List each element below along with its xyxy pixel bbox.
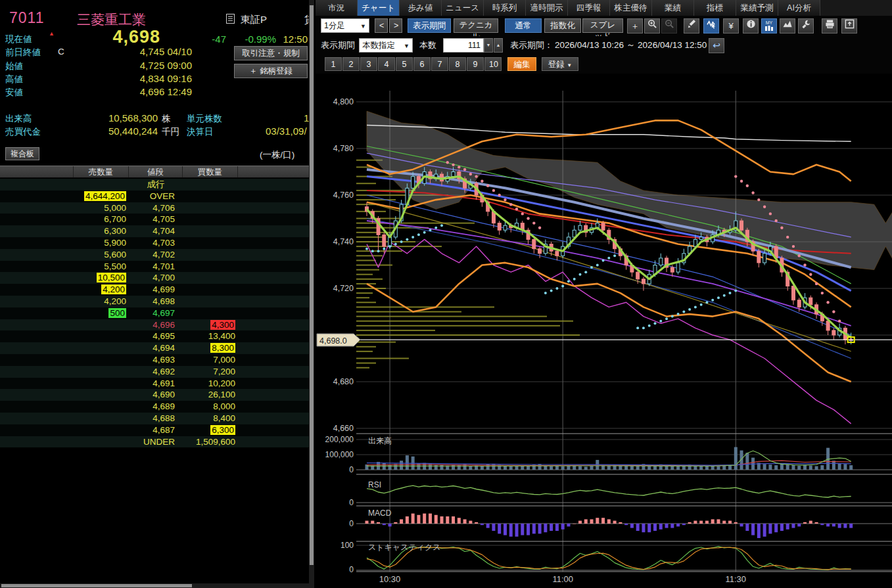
register-preset-button[interactable]: 登録 ▼ <box>542 57 578 71</box>
order-book-row[interactable]: 4,69110,200 <box>0 378 309 390</box>
volume-label: 出来高 <box>5 113 32 125</box>
order-book-row[interactable]: 5,9004,703 <box>0 237 309 249</box>
spread-mode-button[interactable]: スプレッド <box>582 18 623 33</box>
register-symbol-button[interactable]: ＋ 銘柄登録 <box>234 64 308 78</box>
current-price-label: 現在値 <box>5 34 32 45</box>
tab-歩み値[interactable]: 歩み値 <box>400 0 442 16</box>
tab-四季報[interactable]: 四季報 <box>568 0 610 16</box>
pencil-icon <box>687 19 697 29</box>
order-book-row[interactable]: 4,2004,699 <box>0 284 309 296</box>
tab-指標[interactable]: 指標 <box>694 0 736 16</box>
count-input[interactable]: 111 <box>443 38 484 53</box>
preset-button-10[interactable]: 10 <box>484 57 502 71</box>
order-book-row[interactable]: 5004,697 <box>0 307 309 319</box>
order-book-row[interactable]: 4,6898,000 <box>0 401 309 413</box>
preset-button-1[interactable]: 1 <box>325 57 342 71</box>
chart-panel: 市況チャート歩み値ニュース時系列適時開示四季報株主優待業績指標業績予測AI分析 … <box>316 0 892 588</box>
high-value: 4,834 09:16 <box>104 73 192 84</box>
preset-button-3[interactable]: 3 <box>360 57 377 71</box>
preset-button-9[interactable]: 9 <box>467 57 484 71</box>
tab-適時開示[interactable]: 適時開示 <box>526 0 568 16</box>
popout-window-icon <box>845 19 855 29</box>
order-book-row[interactable]: 5,6004,702 <box>0 249 309 261</box>
range-label: 表示期間： <box>510 38 553 53</box>
board-header: 売数量 値段 買数量 <box>0 166 309 178</box>
draw-button[interactable] <box>684 18 699 34</box>
tab-チャート[interactable]: チャート <box>358 0 400 16</box>
display-period-button[interactable]: 表示期間 <box>408 18 451 33</box>
reload-button[interactable]: ↩ <box>709 38 724 53</box>
chart-cursor-button[interactable] <box>703 18 719 34</box>
print-button[interactable] <box>822 18 837 34</box>
preset-button-5[interactable]: 5 <box>396 57 413 71</box>
popout-button[interactable] <box>841 18 857 34</box>
reload-icon: ↩ <box>713 40 720 51</box>
preset-button-2[interactable]: 2 <box>342 57 360 71</box>
edit-button[interactable]: 編集 <box>507 57 536 71</box>
tab-業績[interactable]: 業績 <box>652 0 694 16</box>
prev-button[interactable]: < <box>375 18 388 33</box>
count-mode-select[interactable]: 本数指定▼ <box>359 38 413 53</box>
tab-AI分析[interactable]: AI分析 <box>778 0 820 16</box>
order-book-row[interactable]: 4,6937,000 <box>0 354 309 366</box>
count-decrement-button[interactable]: ▼ <box>484 38 493 53</box>
order-book-row[interactable]: 4,69513,400 <box>0 330 309 342</box>
svg-text:11:00: 11:00 <box>552 574 573 584</box>
stock-code: 7011 <box>9 9 44 27</box>
order-book-row[interactable]: 4,6876,300 <box>0 424 309 436</box>
order-book-row[interactable]: 成行 <box>0 179 309 191</box>
tab-業績予測[interactable]: 業績予測 <box>736 0 778 16</box>
normal-mode-button[interactable]: 通常 <box>505 18 542 33</box>
order-book-row[interactable]: 4,2004,698 <box>0 296 309 307</box>
tab-市況[interactable]: 市況 <box>316 0 358 16</box>
order-book-row[interactable]: 4,6888,400 <box>0 413 309 424</box>
order-book-row[interactable]: 4,6964,300 <box>0 319 309 331</box>
price-chart[interactable]: 4,698.04,6604,6804,7204,7404,7604,7804,8… <box>316 74 892 588</box>
order-book-row[interactable]: 5,0004,706 <box>0 202 309 214</box>
order-book-row[interactable]: 5,5004,701 <box>0 261 309 273</box>
preset-button-4[interactable]: 4 <box>378 57 395 71</box>
mountain-chart-button[interactable] <box>780 18 795 34</box>
tab-株主優待[interactable]: 株主優待 <box>610 0 652 16</box>
volume-unit: 株 <box>162 113 171 125</box>
tab-時系列[interactable]: 時系列 <box>484 0 526 16</box>
margin-flag: 貸 <box>304 14 309 26</box>
order-book-row[interactable]: 4,6927,200 <box>0 366 309 378</box>
order-book-row[interactable]: 6,7004,705 <box>0 214 309 225</box>
svg-text:MACD: MACD <box>368 509 392 518</box>
zoom-in-button[interactable] <box>644 18 660 34</box>
trading-app: 7011 三菱重工業 東証P 貸 現在値 ▲ 4,698 -47 -0.99% … <box>0 0 892 588</box>
preset-button-6[interactable]: 6 <box>413 57 431 71</box>
svg-text:4,740: 4,740 <box>333 237 354 246</box>
preset-button-7[interactable]: 7 <box>431 57 448 71</box>
order-book-row[interactable]: 10,5004,700 <box>0 272 309 284</box>
trade-caution-button[interactable]: 取引注意・規制 <box>234 46 308 60</box>
preset-button-8[interactable]: 8 <box>449 57 466 71</box>
order-book-row[interactable]: 4,644,200OVER <box>0 191 309 202</box>
my-chart-button[interactable]: MY <box>761 18 777 34</box>
svg-text:出来高: 出来高 <box>368 436 392 445</box>
settings-button[interactable] <box>798 18 814 34</box>
indexed-mode-button[interactable]: 指数化 <box>544 18 581 33</box>
order-book-row[interactable]: 6,3004,704 <box>0 225 309 237</box>
yen-button[interactable]: ¥ <box>723 18 739 34</box>
svg-text:4,800: 4,800 <box>333 97 354 106</box>
info-button[interactable] <box>743 18 759 34</box>
order-book-row[interactable]: 4,6948,300 <box>0 342 309 354</box>
vertical-scrollbar[interactable] <box>309 0 314 588</box>
zoom-out-button[interactable] <box>661 18 677 34</box>
crosshair-plus-button[interactable]: ＋ <box>627 18 643 34</box>
horizontal-scrollbar[interactable] <box>0 583 309 588</box>
low-label: 安値 <box>5 87 23 99</box>
interval-select[interactable]: 1分足▼ <box>321 18 369 33</box>
horizontal-scrollbar-thumb[interactable] <box>1 584 192 587</box>
tab-ニュース[interactable]: ニュース <box>442 0 484 16</box>
order-book-row[interactable]: UNDER1,509,600 <box>0 436 309 448</box>
quote-panel: 7011 三菱重工業 東証P 貸 現在値 ▲ 4,698 -47 -0.99% … <box>0 0 309 588</box>
vertical-scrollbar-thumb[interactable] <box>310 5 314 565</box>
composite-board-button[interactable]: 複合板 <box>5 147 39 160</box>
count-increment-button[interactable]: ▲ <box>494 38 503 53</box>
technical-button[interactable]: テクニカル <box>454 18 498 33</box>
next-button[interactable]: > <box>389 18 402 33</box>
order-book-row[interactable]: 4,69026,100 <box>0 389 309 401</box>
